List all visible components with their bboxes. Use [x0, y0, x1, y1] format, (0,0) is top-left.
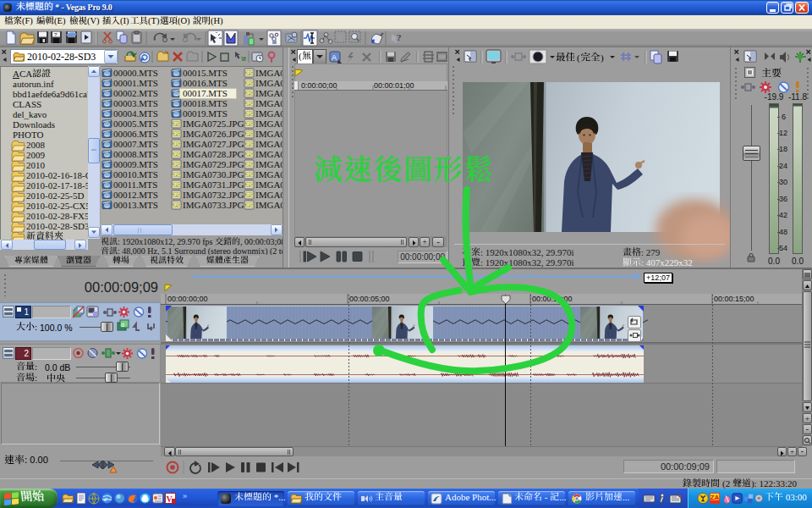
svg-text:A: A: [332, 53, 337, 62]
svg-text:α: α: [121, 322, 124, 328]
svg-text:ZA: ZA: [710, 494, 720, 501]
svg-text:(: (: [577, 52, 580, 64]
svg-text:?: ?: [397, 32, 402, 42]
svg-text:e: e: [104, 494, 107, 503]
svg-text:»: »: [183, 492, 187, 500]
svg-text:): ): [601, 52, 604, 64]
